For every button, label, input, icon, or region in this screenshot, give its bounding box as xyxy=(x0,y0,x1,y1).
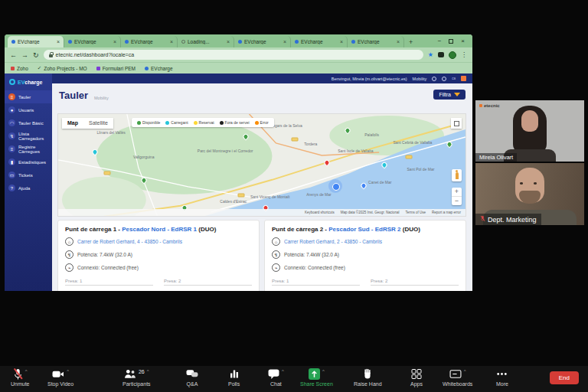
participant-video-marketing[interactable]: Dept. Marketing xyxy=(475,163,584,225)
legend-label: Error xyxy=(260,120,269,125)
new-tab-button[interactable]: + xyxy=(409,38,413,46)
fullscreen-button[interactable] xyxy=(451,118,462,129)
qa-button[interactable]: Q&A xyxy=(186,368,198,387)
help-icon: ? xyxy=(8,185,15,191)
sidebar-item-estadistiques[interactable]: ▮ Estadístiques xyxy=(5,155,52,168)
tab-close-icon[interactable]: × xyxy=(340,39,343,44)
share-caret[interactable]: ^ xyxy=(322,369,325,374)
browser-menu-icon[interactable]: ⋮ xyxy=(461,51,467,58)
road-shield-icon xyxy=(238,194,245,198)
chat-button[interactable]: ^ Chat xyxy=(268,368,284,387)
report-error-link[interactable]: Report a map error xyxy=(432,211,461,214)
tab-close-icon[interactable]: × xyxy=(397,39,400,44)
forward-button[interactable]: → xyxy=(21,51,28,59)
tab-close-icon[interactable]: × xyxy=(113,39,116,44)
socket-label: Presa: 2 xyxy=(371,279,459,286)
evcharge-logo[interactable]: EVcharge xyxy=(5,74,52,90)
terms-link[interactable]: Terms of Use xyxy=(405,211,426,214)
apps-button[interactable]: Apps xyxy=(410,368,423,387)
mic-options-caret[interactable]: ^ xyxy=(25,369,28,374)
browser-tab[interactable]: EVcharge × xyxy=(234,36,291,47)
filter-button[interactable]: Filtra xyxy=(433,90,466,100)
bookmark-item[interactable]: Formulari PEM xyxy=(96,66,136,71)
bookmarks-bar: Zoho ✓ Zoho Projects - MO Formulari PEM … xyxy=(5,62,472,74)
connector-icon: ⌁ xyxy=(272,263,280,272)
tab-close-icon[interactable]: × xyxy=(227,39,230,44)
keyboard-shortcuts-link[interactable]: Keyboard shortcuts xyxy=(305,211,335,214)
charge-point-card-2: Punt de càrrega 2 - Pescador Sud - EdRSR… xyxy=(264,220,466,291)
raise-hand-icon xyxy=(362,368,373,380)
sidebar-item-llista-carregadors[interactable]: ↯ Llista Carregadors xyxy=(5,129,52,142)
bookmark-star-icon[interactable]: ★ xyxy=(428,51,433,58)
bookmark-item[interactable]: ✓ Zoho Projects - MO xyxy=(38,65,87,71)
tab-close-icon[interactable]: × xyxy=(170,39,173,44)
browser-tab[interactable]: Loading... × xyxy=(178,36,234,47)
user-icon[interactable] xyxy=(442,77,446,81)
browser-tab[interactable]: EVcharge × xyxy=(121,36,178,47)
sidebar-item-tauler[interactable]: ≡ Tauler xyxy=(5,90,52,103)
participant-video-mireia[interactable]: etecnic Mireia Olivart xyxy=(475,100,584,162)
browser-tab[interactable]: EVcharge × xyxy=(8,36,64,47)
card-title: Punt de càrrega 2 - Pescador Sud - EdRSR… xyxy=(272,226,459,233)
more-button[interactable]: More xyxy=(496,368,508,387)
zoom-out-button[interactable]: − xyxy=(452,196,462,205)
legend-dot xyxy=(194,121,198,125)
side-panel-icon[interactable] xyxy=(438,52,444,57)
window-close-button[interactable]: × xyxy=(461,38,465,44)
end-meeting-button[interactable]: End xyxy=(550,371,579,384)
zoom-in-button[interactable]: + xyxy=(452,188,462,196)
tab-title: Loading... xyxy=(188,39,224,44)
window-minimize-button[interactable]: − xyxy=(438,38,442,44)
lock-icon xyxy=(49,54,53,57)
browser-tab[interactable]: EVcharge × xyxy=(348,36,404,47)
video-options-caret[interactable]: ^ xyxy=(67,369,69,374)
sidebar-item-registre-carregues[interactable]: ≡ Registre Càrregues xyxy=(5,142,52,155)
whiteboards-button[interactable]: ^ Whiteboards xyxy=(443,368,472,387)
tab-title: EVcharge xyxy=(244,39,281,44)
connection-text: Connexió: Connected (free) xyxy=(77,265,139,270)
stop-video-button[interactable]: ^ Stop Video xyxy=(47,368,74,387)
map-button[interactable]: Map xyxy=(62,118,83,129)
charge-point-card-1: Punt de càrrega 1 - Pescador Nord - EdRS… xyxy=(57,220,260,291)
address-link[interactable]: Carrer de Robert Gerhard, 4 - 43850 - Ca… xyxy=(77,239,182,244)
mobility-label[interactable]: Mobility xyxy=(413,77,427,81)
street-view-pegman[interactable] xyxy=(452,169,462,181)
browser-tab[interactable]: EVcharge × xyxy=(291,36,348,47)
language-code[interactable]: ca xyxy=(452,77,456,80)
participants-button[interactable]: 26 ^ Participants xyxy=(122,368,151,387)
bookmark-item[interactable]: Zoho xyxy=(11,66,28,71)
settings-gear-icon[interactable] xyxy=(432,77,436,81)
charge-point-link[interactable]: Pescador Sud - EdRSR 2 xyxy=(328,226,400,233)
share-screen-button[interactable]: ^ Share Screen xyxy=(300,368,333,387)
reload-button[interactable]: ↻ xyxy=(33,51,39,59)
polls-button[interactable]: Polls xyxy=(228,368,240,387)
participants-caret[interactable]: ^ xyxy=(147,369,149,374)
browser-tab[interactable]: EVcharge × xyxy=(64,36,121,47)
google-map[interactable]: Llinars del VallèsVallgorguinaParc del M… xyxy=(57,113,466,217)
selected-charger-marker[interactable] xyxy=(328,179,342,193)
participant-count-badge: 26 xyxy=(139,369,145,374)
raise-hand-button[interactable]: Raise Hand xyxy=(354,368,382,387)
url-bar[interactable]: etecnic.net/dashboard?locale=ca xyxy=(44,50,423,60)
sidebar-item-tauler-basic[interactable]: ◠ Tauler Bàsic xyxy=(5,116,52,129)
unmute-button[interactable]: ^ Unmute xyxy=(11,368,30,387)
bookmark-item[interactable]: EVcharge xyxy=(145,66,173,71)
charge-point-link[interactable]: Pescador Nord - EdRSR 1 xyxy=(122,226,197,233)
tab-close-icon[interactable]: × xyxy=(57,39,60,44)
sidebar-item-ajuda[interactable]: ? Ajuda xyxy=(5,181,52,194)
chat-caret[interactable]: ^ xyxy=(282,369,284,374)
bookmark-favicon-icon xyxy=(145,67,149,70)
logout-icon[interactable] xyxy=(461,76,466,81)
sidebar-item-tickets[interactable]: ▭ Tickets xyxy=(5,168,52,181)
evcharge-favicon-icon xyxy=(11,40,15,44)
satellite-button[interactable]: Satellite xyxy=(83,118,113,129)
window-maximize-button[interactable] xyxy=(449,39,453,44)
tab-close-icon[interactable]: × xyxy=(283,39,286,44)
evcharge-favicon-icon xyxy=(125,40,129,44)
profile-avatar[interactable] xyxy=(449,51,456,59)
sidebar-item-usuaris[interactable]: ● Usuaris xyxy=(5,103,52,116)
address-link[interactable]: Carrer Robert Gerhard, 2 - 43850 - Cambr… xyxy=(284,239,382,244)
browser-window: EVcharge × EVcharge × EVcharge × Loading… xyxy=(5,34,472,291)
whiteboards-caret[interactable]: ^ xyxy=(464,369,466,374)
back-button[interactable]: ← xyxy=(10,51,17,59)
